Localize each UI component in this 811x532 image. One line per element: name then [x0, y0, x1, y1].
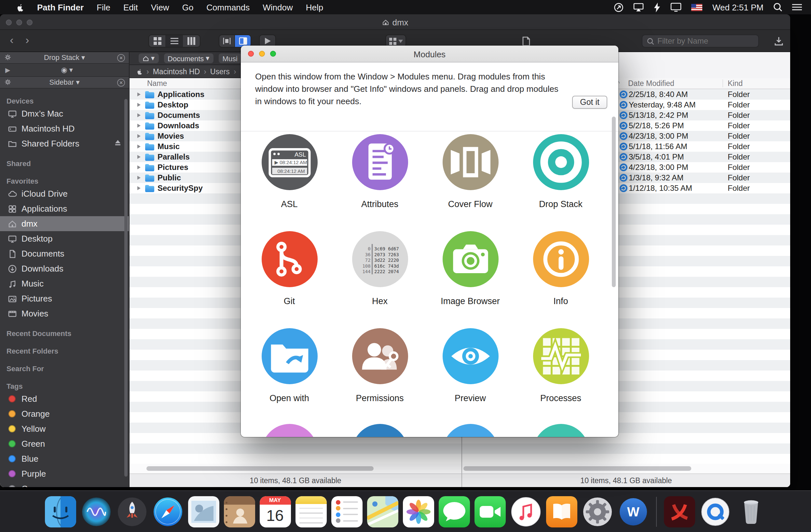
module-processes[interactable]: Processes	[516, 328, 606, 403]
module-attributes[interactable]: Attributes	[335, 134, 425, 209]
file-name[interactable]: SecuritySpy	[157, 184, 203, 193]
module-git[interactable]: Git	[244, 231, 335, 306]
file-name[interactable]: Documents	[157, 111, 200, 120]
module-drop-stack[interactable]: Drop Stack	[516, 134, 606, 209]
path-item-users[interactable]: Users	[210, 67, 230, 75]
app-menu-path-finder[interactable]: Path Finder	[31, 2, 90, 12]
circle-arrow-icon[interactable]	[614, 2, 624, 12]
dock-facetime[interactable]	[474, 496, 505, 527]
dialog-close-button[interactable]	[248, 51, 254, 57]
airplay-icon[interactable]	[633, 3, 644, 12]
dual-pane-toggle[interactable]	[219, 35, 235, 47]
left-horizontal-scrollbar[interactable]	[129, 463, 461, 473]
sidebar-item-icloud-drive[interactable]: iCloud Drive	[0, 186, 129, 201]
dock-photos[interactable]	[402, 496, 434, 527]
sidebar-item-dmx[interactable]: dmx	[0, 216, 129, 231]
module-permissions[interactable]: Permissions	[335, 328, 425, 403]
dock-messages[interactable]	[438, 496, 470, 527]
list-view-button[interactable]	[166, 35, 183, 47]
file-name[interactable]: Pictures	[157, 163, 188, 172]
disclosure-triangle[interactable]	[137, 186, 141, 190]
dock-trash[interactable]	[735, 496, 766, 527]
back-button[interactable]: ‹	[5, 33, 18, 47]
dock-safari[interactable]	[152, 496, 183, 527]
module-cover-flow[interactable]: Cover Flow	[425, 134, 516, 209]
column-name[interactable]: Name	[129, 79, 167, 87]
got-it-button[interactable]: Got it	[572, 96, 607, 109]
sidebar-item-dmx-s-mac[interactable]: Dmx’s Mac	[0, 106, 129, 121]
path-item-macintosh-hd[interactable]: Macintosh HD	[153, 67, 200, 75]
sidebar-item-documents[interactable]: Documents	[0, 246, 129, 261]
dock-ibooks[interactable]	[546, 496, 577, 527]
icon-view-button[interactable]	[149, 35, 166, 47]
dock-adobe-acrobat[interactable]	[663, 496, 695, 527]
tab-home[interactable]: ▾	[139, 54, 158, 63]
dialog-zoom-button[interactable]	[270, 51, 276, 57]
module-icon-partial-3[interactable]	[442, 424, 498, 437]
minimize-button[interactable]	[16, 19, 22, 26]
file-name[interactable]: Downloads	[157, 121, 199, 130]
eject-icon[interactable]	[113, 138, 122, 149]
sidebar-item-orange[interactable]: Orange	[0, 406, 129, 421]
menu-view[interactable]: View	[144, 2, 176, 12]
dock-mail[interactable]	[188, 496, 219, 527]
spotlight-icon[interactable]	[773, 3, 782, 12]
gear-icon[interactable]	[4, 53, 12, 62]
play-icon[interactable]: ▶	[5, 66, 10, 74]
dock-calendar[interactable]: MAY16	[259, 496, 291, 527]
file-name[interactable]: Applications	[157, 90, 204, 99]
sidebar-item-music[interactable]: Music	[0, 276, 129, 291]
module-asl[interactable]: ASL▶ 08:24:12 AM08:24:12 AMASL	[244, 134, 335, 209]
dock-system-preferences[interactable]	[582, 496, 613, 527]
preview-pane-toggle[interactable]	[235, 35, 250, 47]
sidebar-item-downloads[interactable]: Downloads	[0, 261, 129, 276]
dialog-minimize-button[interactable]	[259, 51, 265, 57]
menu-file[interactable]: File	[90, 2, 117, 12]
sidebar-panel-header[interactable]: Sidebar ▾ ×	[0, 77, 129, 89]
module-icon-partial-1[interactable]	[261, 424, 317, 437]
dock-reminders[interactable]	[331, 496, 362, 527]
apple-menu-icon[interactable]	[9, 2, 31, 12]
drop-stack-body[interactable]: ▶ ◉ ▾	[0, 64, 129, 77]
file-name[interactable]: Movies	[157, 132, 184, 141]
disclosure-triangle[interactable]	[137, 103, 141, 107]
dialog-scrollbar[interactable]	[612, 117, 616, 287]
dock-contacts[interactable]	[224, 496, 255, 527]
sidebar-item-shared-folders[interactable]: Shared Folders	[0, 136, 129, 151]
menu-commands[interactable]: Commands	[200, 2, 256, 12]
menu-go[interactable]: Go	[176, 2, 200, 12]
file-name[interactable]: Public	[157, 173, 181, 182]
disclosure-triangle[interactable]	[137, 134, 141, 138]
sidebar-scrollbar[interactable]	[124, 99, 127, 477]
apple-root-icon[interactable]	[136, 67, 142, 75]
column-kind[interactable]: Kind	[728, 79, 743, 87]
notification-center-icon[interactable]	[792, 3, 802, 11]
drop-stack-header[interactable]: Drop Stack ▾ ×	[0, 52, 129, 64]
sidebar-item-gray[interactable]: Gray	[0, 481, 129, 487]
file-name[interactable]: Music	[157, 142, 180, 151]
display-icon[interactable]	[671, 3, 682, 12]
column-view-button[interactable]	[183, 35, 200, 47]
module-info[interactable]: Info	[516, 231, 606, 306]
column-date-modified[interactable]: Date Modified	[628, 79, 674, 87]
close-panel-icon[interactable]: ×	[117, 54, 125, 62]
window-titlebar[interactable]: dmx	[0, 14, 790, 30]
filter-field[interactable]	[642, 34, 759, 47]
dock-finder[interactable]	[45, 496, 76, 527]
dock-notes[interactable]	[295, 496, 326, 527]
dock-maps[interactable]	[367, 496, 398, 527]
module-icon-partial-4[interactable]	[533, 424, 589, 437]
sidebar-item-yellow[interactable]: Yellow	[0, 421, 129, 436]
menu-clock[interactable]: Wed 2:51 PM	[713, 2, 764, 12]
module-hex[interactable]: 03c69 6d67362073 7263723d22 2220108616c …	[335, 231, 425, 306]
pointer-bolt-icon[interactable]	[654, 2, 661, 12]
dock-quicktime-player[interactable]	[699, 496, 731, 527]
module-preview[interactable]: Preview	[425, 328, 516, 403]
drop-stack-target-icon[interactable]: ◉ ▾	[10, 66, 124, 74]
dock-siri[interactable]	[80, 496, 112, 527]
menu-edit[interactable]: Edit	[117, 2, 144, 12]
module-open-with[interactable]: Open with	[244, 328, 335, 403]
keyboard-flag-icon[interactable]	[691, 4, 703, 11]
disclosure-triangle[interactable]	[137, 124, 141, 127]
sidebar-item-macintosh-hd[interactable]: Macintosh HD	[0, 121, 129, 136]
